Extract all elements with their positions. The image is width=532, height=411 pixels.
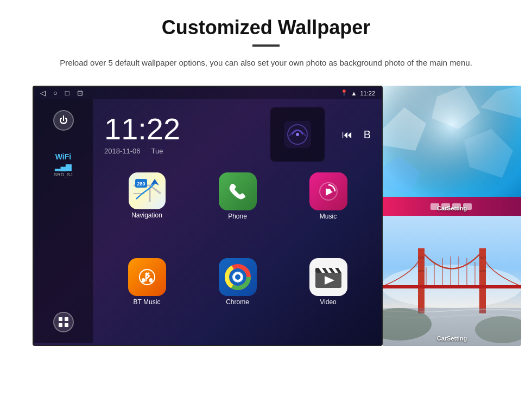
status-bar: ◁ ○ □ ⊡ 📍 ▲ 11:22 [34,87,382,99]
chrome-icon [219,258,257,296]
svg-rect-46 [418,256,425,259]
next-track-icon[interactable]: B [364,129,371,141]
app-item-music[interactable]: Music [286,172,371,253]
ice-cave-bg [383,86,521,216]
music-icon [309,172,347,210]
day-value: Tue [151,147,163,155]
screenshot-icon[interactable]: ⊡ [77,89,83,97]
app-item-navigation[interactable]: 280 Navigation [104,172,189,253]
svg-rect-14 [142,278,145,282]
carsetting-label-bridge: CarSetting [383,335,521,342]
app-item-btmusic[interactable]: BT Music [104,258,189,338]
navigation-icon: 280 [129,172,166,209]
android-screen: ◁ ○ □ ⊡ 📍 ▲ 11:22 ⏻ WiFi ▂▄ [33,86,383,346]
navigation-label: Navigation [131,211,162,219]
video-label: Video [320,298,336,306]
bridge-bg [383,216,521,346]
home-icon[interactable]: ○ [53,89,58,97]
left-sidebar: ⏻ WiFi ▂▄▆ SRD_SJ [34,99,93,343]
svg-text:280: 280 [137,181,145,187]
svg-rect-1 [65,317,68,321]
svg-point-22 [235,274,240,280]
svg-point-6 [296,133,299,136]
wallpaper-thumb-ice[interactable]: CarSetting [383,86,521,216]
svg-point-13 [140,269,155,285]
phone-icon [219,172,257,210]
page-description: Preload over 5 default wallpaper options… [49,56,483,69]
status-bar-left: ◁ ○ □ ⊡ [40,89,83,97]
carsetting-label-ice: CarSetting [383,205,521,211]
wifi-widget[interactable]: WiFi ▂▄▆ SRD_SJ [54,152,73,177]
prev-track-icon[interactable]: ⏮ [342,129,353,141]
clock-section: 11:22 2018-11-06 Tue [93,99,382,167]
app-grid: 280 Navigation [93,167,382,343]
svg-rect-3 [65,323,68,327]
svg-rect-47 [418,270,425,272]
app-item-video[interactable]: Video [286,258,371,338]
clock-time: 11:22 [104,114,180,144]
status-time: 11:22 [360,90,375,97]
svg-rect-2 [59,323,62,327]
video-icon [309,258,347,296]
clock-display: 11:22 2018-11-06 Tue [104,114,180,155]
apps-button[interactable] [53,312,74,332]
app-item-chrome[interactable]: Chrome [195,258,280,338]
page-title: Customized Wallpaper [33,16,499,39]
btmusic-icon [128,258,166,296]
media-controls: ⏮ B [342,129,371,141]
screenshot-wrapper: ◁ ○ □ ⊡ 📍 ▲ 11:22 ⏻ WiFi ▂▄ [33,86,521,346]
svg-rect-48 [479,256,486,259]
wallpaper-thumbnails: CarSetting [383,86,521,346]
svg-rect-15 [149,278,153,282]
chrome-label: Chrome [226,298,249,306]
btmusic-label: BT Music [134,298,161,306]
music-widget[interactable] [270,107,325,162]
location-icon: 📍 [340,89,348,97]
music-label: Music [320,213,337,220]
center-area: 11:22 2018-11-06 Tue [93,99,382,343]
wallpaper-thumb-bridge[interactable]: CarSetting [383,216,521,346]
status-bar-right: 📍 ▲ 11:22 [340,89,375,97]
wifi-bars: ▂▄▆ [54,162,73,171]
date-value: 2018-11-06 [104,147,141,155]
svg-rect-57 [383,285,521,288]
power-button[interactable]: ⏻ [53,110,74,131]
clock-date: 2018-11-06 Tue [104,147,180,155]
recents-icon[interactable]: □ [65,89,69,97]
wifi-ssid: SRD_SJ [54,172,73,177]
app-item-phone[interactable]: Phone [195,172,280,253]
phone-label: Phone [228,213,247,220]
svg-rect-49 [479,270,486,272]
svg-rect-0 [59,317,62,321]
title-divider [252,44,280,47]
signal-icon: ▲ [351,90,357,97]
screen-content: ⏻ WiFi ▂▄▆ SRD_SJ [34,99,382,343]
wifi-label: WiFi [54,152,73,161]
back-icon[interactable]: ◁ [40,89,46,97]
